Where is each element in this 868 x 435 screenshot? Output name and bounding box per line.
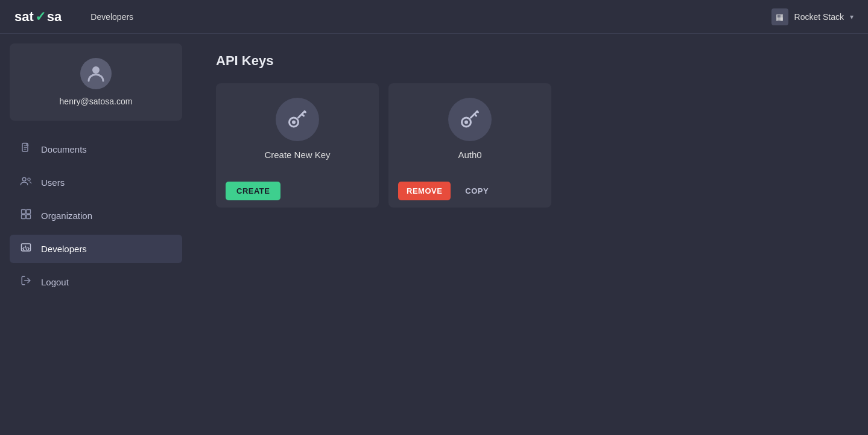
svg-rect-4 [22,210,26,214]
users-label: Users [41,177,65,188]
user-card: henry@satosa.com [10,43,182,121]
org-icon: ▦ [771,8,788,25]
create-new-key-label: Create New Key [264,150,330,160]
topbar: sat ✓ sa Developers ▦ Rocket Stack ▾ [0,0,868,34]
content-area: API Keys Create New Key [192,34,868,435]
logo-text: sat [14,9,34,25]
api-keys-grid: Create New Key CREATE [216,83,844,208]
svg-point-3 [28,178,30,180]
logo-check-icon: ✓ [35,9,46,25]
svg-rect-5 [27,210,31,214]
org-name: Rocket Stack [794,12,844,22]
logout-label: Logout [41,277,69,287]
logo-text-2: sa [47,9,62,25]
create-key-icon-circle [276,98,319,141]
organization-icon [19,209,33,223]
documents-label: Documents [41,144,87,154]
user-email: henry@satosa.com [60,97,133,106]
svg-rect-6 [22,215,26,219]
auth0-card: Auth0 REMOVE COPY [388,83,551,208]
svg-point-2 [22,177,26,181]
topbar-nav-developers[interactable]: Developers [90,12,133,22]
remove-key-button[interactable]: REMOVE [398,182,451,200]
create-new-key-card: Create New Key CREATE [216,83,379,208]
auth0-label: Auth0 [458,150,481,160]
svg-point-13 [464,121,468,124]
org-selector[interactable]: ▦ Rocket Stack ▾ [771,8,854,25]
sidebar-item-developers[interactable]: Developers [10,235,182,263]
topbar-left: sat ✓ sa Developers [14,9,133,25]
sidebar: henry@satosa.com Documents [0,34,192,435]
logo: sat ✓ sa [14,9,62,25]
create-new-key-card-bottom: CREATE [216,174,379,208]
sidebar-item-documents[interactable]: Documents [10,135,182,164]
sidebar-item-logout[interactable]: Logout [10,268,182,296]
auth0-card-top: Auth0 [388,83,551,174]
chevron-down-icon: ▾ [850,13,854,21]
main-layout: henry@satosa.com Documents [0,34,868,435]
page-title: API Keys [216,53,844,69]
create-new-key-card-top: Create New Key [216,83,379,174]
logout-icon [19,275,33,289]
sidebar-item-users[interactable]: Users [10,168,182,197]
users-icon [19,176,33,189]
organization-label: Organization [41,211,92,221]
auth0-card-bottom: REMOVE COPY [388,174,551,208]
developers-icon [19,242,33,256]
auth0-icon-circle [448,98,492,141]
copy-key-button[interactable]: COPY [457,182,497,200]
avatar [80,58,112,89]
svg-rect-7 [27,215,31,219]
svg-point-11 [292,121,296,124]
topbar-nav: Developers [90,12,133,22]
svg-point-0 [92,66,100,74]
document-icon [19,142,33,156]
sidebar-item-organization[interactable]: Organization [10,202,182,230]
create-key-button[interactable]: CREATE [226,182,280,200]
developers-label: Developers [41,244,87,254]
